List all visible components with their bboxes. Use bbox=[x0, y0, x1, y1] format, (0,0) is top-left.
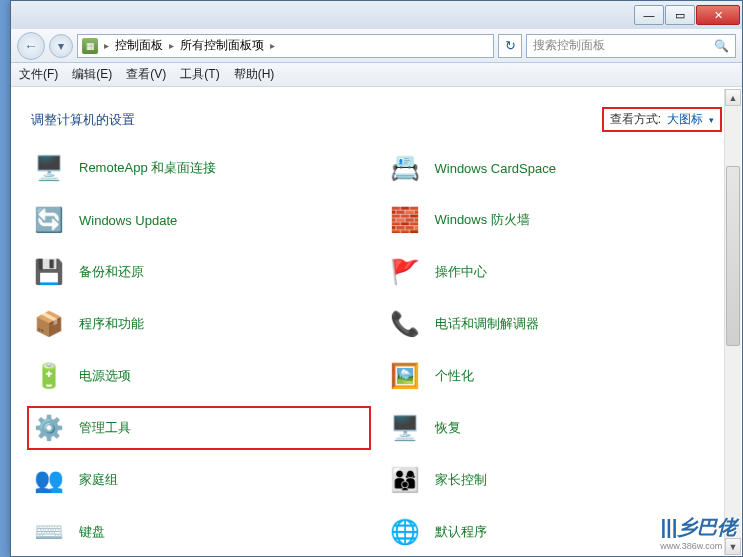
control-panel-window: — ▭ ✕ ← ▾ ▦ ▸ 控制面板 ▸ 所有控制面板项 ▸ ↻ 搜索控制面板 … bbox=[10, 0, 743, 557]
chevron-right-icon: ▸ bbox=[270, 40, 275, 51]
dropdown-arrow-icon: ▾ bbox=[709, 115, 714, 125]
menu-help[interactable]: 帮助(H) bbox=[234, 66, 275, 83]
items-grid: 🖥️RemoteApp 和桌面连接 📇Windows CardSpace 🔄Wi… bbox=[31, 150, 722, 550]
item-label: 家庭组 bbox=[79, 471, 118, 489]
item-label: 家长控制 bbox=[435, 471, 487, 489]
watermark-url: www.386w.com bbox=[660, 541, 737, 551]
recovery-icon: 🖥️ bbox=[387, 410, 423, 446]
item-label: 个性化 bbox=[435, 367, 474, 385]
homegroup-icon: 👥 bbox=[31, 462, 67, 498]
view-mode-selector[interactable]: 查看方式: 大图标 ▾ bbox=[602, 107, 722, 132]
search-placeholder: 搜索控制面板 bbox=[533, 37, 605, 54]
scroll-track[interactable] bbox=[725, 106, 741, 538]
item-action-center[interactable]: 🚩操作中心 bbox=[387, 254, 723, 290]
item-phone-modem[interactable]: 📞电话和调制解调器 bbox=[387, 306, 723, 342]
minimize-button[interactable]: — bbox=[634, 5, 664, 25]
search-input[interactable]: 搜索控制面板 🔍 bbox=[526, 34, 736, 58]
forward-dropdown[interactable]: ▾ bbox=[49, 34, 73, 58]
menu-tools[interactable]: 工具(T) bbox=[180, 66, 219, 83]
backup-icon: 💾 bbox=[31, 254, 67, 290]
search-icon: 🔍 bbox=[714, 39, 729, 53]
item-label: Windows 防火墙 bbox=[435, 211, 530, 229]
item-label: RemoteApp 和桌面连接 bbox=[79, 159, 216, 177]
default-programs-icon: 🌐 bbox=[387, 514, 423, 550]
content-header: 调整计算机的设置 查看方式: 大图标 ▾ bbox=[31, 107, 722, 132]
view-mode-value: 大图标 bbox=[667, 111, 703, 128]
power-icon: 🔋 bbox=[31, 358, 67, 394]
navigation-bar: ← ▾ ▦ ▸ 控制面板 ▸ 所有控制面板项 ▸ ↻ 搜索控制面板 🔍 bbox=[11, 29, 742, 63]
control-panel-icon: ▦ bbox=[82, 38, 98, 54]
view-mode-label: 查看方式: bbox=[610, 111, 661, 128]
remoteapp-icon: 🖥️ bbox=[31, 150, 67, 186]
scroll-up-button[interactable]: ▲ bbox=[725, 89, 741, 106]
item-remoteapp[interactable]: 🖥️RemoteApp 和桌面连接 bbox=[31, 150, 367, 186]
item-admin-tools[interactable]: ⚙️管理工具 bbox=[27, 406, 371, 450]
item-homegroup[interactable]: 👥家庭组 bbox=[31, 462, 367, 498]
menu-bar: 文件(F) 编辑(E) 查看(V) 工具(T) 帮助(H) bbox=[11, 63, 742, 87]
phone-icon: 📞 bbox=[387, 306, 423, 342]
breadcrumb-item[interactable]: 所有控制面板项 bbox=[180, 37, 264, 54]
item-programs[interactable]: 📦程序和功能 bbox=[31, 306, 367, 342]
item-windows-update[interactable]: 🔄Windows Update bbox=[31, 202, 367, 238]
item-personalization[interactable]: 🖼️个性化 bbox=[387, 358, 723, 394]
item-keyboard[interactable]: ⌨️键盘 bbox=[31, 514, 367, 550]
item-label: 默认程序 bbox=[435, 523, 487, 541]
keyboard-icon: ⌨️ bbox=[31, 514, 67, 550]
page-title: 调整计算机的设置 bbox=[31, 111, 135, 129]
parental-icon: 👨‍👩‍👦 bbox=[387, 462, 423, 498]
titlebar: — ▭ ✕ bbox=[11, 1, 742, 29]
item-label: 操作中心 bbox=[435, 263, 487, 281]
item-cardspace[interactable]: 📇Windows CardSpace bbox=[387, 150, 723, 186]
item-power[interactable]: 🔋电源选项 bbox=[31, 358, 367, 394]
maximize-button[interactable]: ▭ bbox=[665, 5, 695, 25]
flag-icon: 🚩 bbox=[387, 254, 423, 290]
breadcrumb-item[interactable]: 控制面板 bbox=[115, 37, 163, 54]
item-backup[interactable]: 💾备份和还原 bbox=[31, 254, 367, 290]
back-button[interactable]: ← bbox=[17, 32, 45, 60]
content-area: 调整计算机的设置 查看方式: 大图标 ▾ 🖥️RemoteApp 和桌面连接 📇… bbox=[11, 89, 742, 556]
item-label: Windows Update bbox=[79, 213, 177, 228]
item-label: 键盘 bbox=[79, 523, 105, 541]
programs-icon: 📦 bbox=[31, 306, 67, 342]
update-icon: 🔄 bbox=[31, 202, 67, 238]
menu-view[interactable]: 查看(V) bbox=[126, 66, 166, 83]
admin-tools-icon: ⚙️ bbox=[31, 410, 67, 446]
item-label: 恢复 bbox=[435, 419, 461, 437]
item-label: 电源选项 bbox=[79, 367, 131, 385]
vertical-scrollbar[interactable]: ▲ ▼ bbox=[724, 89, 741, 555]
item-label: 管理工具 bbox=[79, 419, 131, 437]
item-label: 电话和调制解调器 bbox=[435, 315, 539, 333]
menu-file[interactable]: 文件(F) bbox=[19, 66, 58, 83]
item-label: Windows CardSpace bbox=[435, 161, 556, 176]
watermark: |||乡巴佬 www.386w.com bbox=[660, 514, 737, 551]
watermark-text: 乡巴佬 bbox=[677, 516, 737, 538]
item-parental[interactable]: 👨‍👩‍👦家长控制 bbox=[387, 462, 723, 498]
firewall-icon: 🧱 bbox=[387, 202, 423, 238]
refresh-button[interactable]: ↻ bbox=[498, 34, 522, 58]
close-button[interactable]: ✕ bbox=[696, 5, 740, 25]
cardspace-icon: 📇 bbox=[387, 150, 423, 186]
item-label: 备份和还原 bbox=[79, 263, 144, 281]
menu-edit[interactable]: 编辑(E) bbox=[72, 66, 112, 83]
scroll-thumb[interactable] bbox=[726, 166, 740, 346]
item-label: 程序和功能 bbox=[79, 315, 144, 333]
address-bar[interactable]: ▦ ▸ 控制面板 ▸ 所有控制面板项 ▸ bbox=[77, 34, 494, 58]
chevron-right-icon: ▸ bbox=[169, 40, 174, 51]
item-recovery[interactable]: 🖥️恢复 bbox=[387, 410, 723, 446]
chevron-right-icon: ▸ bbox=[104, 40, 109, 51]
item-firewall[interactable]: 🧱Windows 防火墙 bbox=[387, 202, 723, 238]
personalization-icon: 🖼️ bbox=[387, 358, 423, 394]
